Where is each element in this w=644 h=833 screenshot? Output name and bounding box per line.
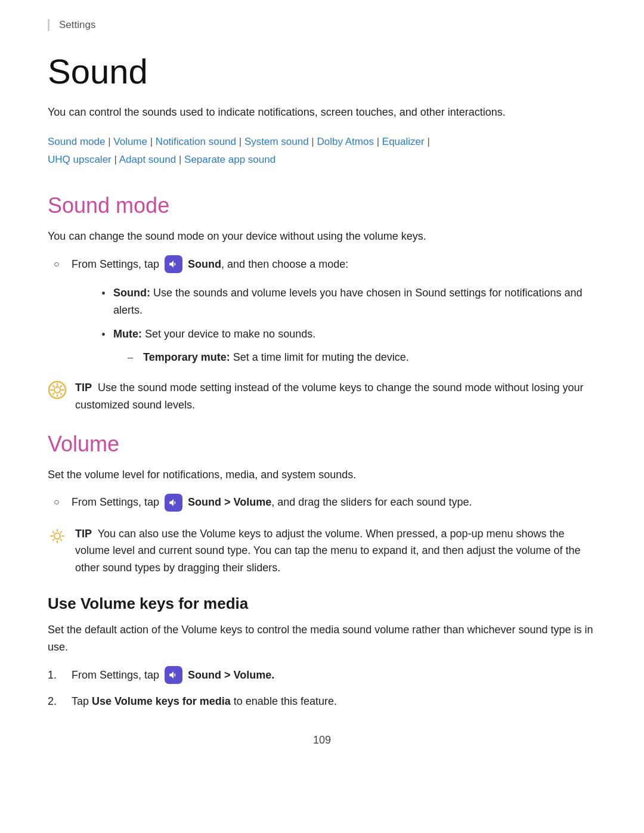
use-volume-keys-steps: 1. From Settings, tap Sound > Volume. 2.… <box>48 667 596 710</box>
svg-line-19 <box>53 531 54 532</box>
volume-instructions: From Settings, tap Sound > Volume, and d… <box>48 494 596 512</box>
tip-icon-volume <box>48 527 67 546</box>
temp-mute-list: Temporary mute: Set a time limit for mut… <box>48 349 596 366</box>
page-title: Sound <box>48 52 596 91</box>
toc-link-separate-app-sound[interactable]: Separate app sound <box>184 154 275 165</box>
volume-settings-icon <box>165 494 182 512</box>
page-container: Settings Sound You can control the sound… <box>0 0 644 833</box>
use-volume-keys-step1-icon <box>165 666 182 684</box>
page-description: You can control the sounds used to indic… <box>48 104 596 121</box>
toc-link-notification-sound[interactable]: Notification sound <box>156 136 236 147</box>
breadcrumb: Settings <box>48 19 596 31</box>
toc-link-uhq-upscaler[interactable]: UHQ upscaler <box>48 154 112 165</box>
toc-link-volume[interactable]: Volume <box>113 136 147 147</box>
sound-mode-main-instruction: From Settings, tap Sound, and then choos… <box>48 256 596 274</box>
sound-mode-sub-item-sound: Sound: Use the sounds and volume levels … <box>95 284 596 319</box>
temp-mute-item: Temporary mute: Set a time limit for mut… <box>119 349 596 366</box>
toc-link-adapt-sound[interactable]: Adapt sound <box>119 154 176 165</box>
use-volume-keys-step-1: 1. From Settings, tap Sound > Volume. <box>48 667 596 685</box>
use-volume-keys-heading: Use Volume keys for media <box>48 594 596 613</box>
sound-mode-heading: Sound mode <box>48 193 596 218</box>
svg-line-21 <box>60 531 61 532</box>
toc-link-equalizer[interactable]: Equalizer <box>382 136 425 147</box>
volume-tip: TIP You can also use the Volume keys to … <box>48 525 596 577</box>
use-volume-keys-step-2: 2. Tap Use Volume keys for media to enab… <box>48 693 596 710</box>
page-number: 109 <box>48 734 596 747</box>
sound-mode-description: You can change the sound mode on your de… <box>48 228 596 245</box>
sound-mode-instructions: From Settings, tap Sound, and then choos… <box>48 256 596 274</box>
sound-mode-tip: TIP Use the sound mode setting instead o… <box>48 379 596 414</box>
volume-main-instruction: From Settings, tap Sound > Volume, and d… <box>48 494 596 512</box>
sound-settings-icon <box>165 255 182 273</box>
toc-link-system-sound[interactable]: System sound <box>244 136 309 147</box>
volume-heading: Volume <box>48 432 596 457</box>
svg-line-11 <box>60 393 61 394</box>
use-volume-keys-description: Set the default action of the Volume key… <box>48 621 596 656</box>
toc-link-sound-mode[interactable]: Sound mode <box>48 136 105 147</box>
sound-mode-sub-item-mute: Mute: Set your device to make no sounds. <box>95 326 596 343</box>
toc-links: Sound mode | Volume | Notification sound… <box>48 133 596 169</box>
svg-line-13 <box>53 393 54 394</box>
svg-point-23 <box>54 533 60 539</box>
sound-mode-sub-list: Sound: Use the sounds and volume levels … <box>48 284 596 343</box>
volume-description: Set the volume level for notifications, … <box>48 466 596 484</box>
tip-icon-sound-mode <box>48 380 67 400</box>
toc-link-dolby-atmos[interactable]: Dolby Atmos <box>317 136 373 147</box>
svg-point-14 <box>54 387 60 393</box>
svg-line-20 <box>60 539 61 540</box>
svg-line-22 <box>53 539 54 540</box>
